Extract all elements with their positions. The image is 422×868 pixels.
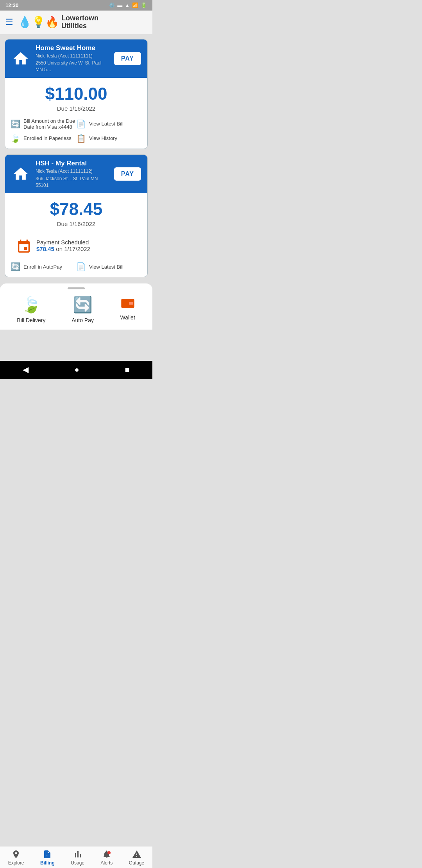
account-info-2: HSH - My Rental Nick Tesla (Acct 1111111… [36,160,109,188]
wifi-icon: ▲ [125,2,130,8]
app-name: Lowertown Utilities [61,14,98,30]
view-bill-label-1: View Latest Bill [89,121,123,127]
view-bill-label-2: View Latest Bill [89,264,123,270]
account-address-1: 2550 University Ave W, St. Paul MN 5… [36,60,109,73]
wallet-tray-label: Wallet [120,314,135,321]
paperless-label-1: Enrolled in Paperless [23,135,72,141]
house-icon-1 [11,48,31,69]
leaf-icon-1: 🍃 [11,134,20,143]
enroll-autopay-label-2: Enroll in AutoPay [23,264,62,270]
wallet-tray-icon [120,296,136,311]
autopay-icon-1: 🔄 [11,119,20,129]
due-date-2: Due 1/16/2022 [11,221,142,227]
history-action-1[interactable]: 📋 View History [76,134,142,143]
account-info-1: Home Sweet Home Nick Tesla (Acct 1111111… [36,44,109,73]
tray-handle [68,287,85,289]
pay-button-2[interactable]: PAY [113,167,142,181]
calendar-icon-2 [16,239,32,258]
payment-sched-label-2: Payment Scheduled [36,239,90,246]
pdf-icon-1: 📄 [76,119,86,129]
status-bar: 12:30 ⚙️ ▬ ▲ 📶 🔋 [0,0,152,11]
payment-scheduled-2: Payment Scheduled $78.45 on 1/17/2022 [11,233,142,262]
paperless-action-1[interactable]: 🍃 Enrolled in Paperless [11,134,76,143]
account-name-1: Home Sweet Home [36,44,109,52]
signal-icon: 📶 [132,2,138,8]
house-icon-2 [11,164,31,184]
account-owner-1: Nick Tesla (Acct 11111111) [36,53,109,59]
autopay-label-1: Bill Amount on the Due Date from Visa x4… [23,118,76,130]
payment-sched-detail-2: $78.45 on 1/17/2022 [36,246,90,253]
view-bill-action-1[interactable]: 📄 View Latest Bill [76,118,142,130]
card-header-1: Home Sweet Home Nick Tesla (Acct 1111111… [5,39,147,78]
enroll-autopay-action-2[interactable]: 🔄 Enroll in AutoPay [11,262,76,271]
account-owner-2: Nick Tesla (Acct 11111112) [36,168,109,175]
autopay-tray-item[interactable]: 🔄 Auto Pay [72,296,94,323]
tray-actions: 🍃 Bill Delivery 🔄 Auto Pay Wallet [0,296,152,323]
amount-due-2: $78.45 [11,199,142,219]
pay-button-1[interactable]: PAY [113,51,142,66]
card-actions-1: 🔄 Bill Amount on the Due Date from Visa … [11,118,142,143]
account-address-2: 366 Jackson St. , St. Paul MN 55101 [36,176,109,189]
payment-sched-info-2: Payment Scheduled $78.45 on 1/17/2022 [36,239,90,253]
android-back-button[interactable]: ◀ [23,365,29,374]
account-card-2: HSH - My Rental Nick Tesla (Acct 1111111… [5,154,148,277]
history-icon-1: 📋 [76,134,86,143]
card-body-2: $78.45 Due 1/16/2022 Payment Scheduled $… [5,193,147,277]
android-nav-bar: ◀ ● ■ [0,361,152,379]
payment-sched-date-2: on 1/17/2022 [56,246,90,252]
autopay-tray-icon: 🔄 [73,296,93,314]
account-name-2: HSH - My Rental [36,160,109,167]
payment-sched-amount-2: $78.45 [36,246,54,252]
autopay-tray-label: Auto Pay [72,317,94,323]
due-date-1: Due 1/16/2022 [11,105,142,112]
app-header: ☰ 💧💡🔥 Lowertown Utilities [0,11,152,34]
autopay-icon-2: 🔄 [11,262,20,271]
bottom-tray: 🍃 Bill Delivery 🔄 Auto Pay Wallet [0,283,152,330]
autopay-action-1[interactable]: 🔄 Bill Amount on the Due Date from Visa … [11,118,76,130]
android-home-button[interactable]: ● [74,365,79,374]
account-card-1: Home Sweet Home Nick Tesla (Acct 1111111… [5,39,148,149]
battery-icon: 🔋 [141,2,147,8]
view-bill-action-2[interactable]: 📄 View Latest Bill [76,262,142,271]
card-body-1: $110.00 Due 1/16/2022 🔄 Bill Amount on t… [5,78,147,149]
amount-due-1: $110.00 [11,84,142,104]
settings-icon: ⚙️ [109,2,115,8]
status-time: 12:30 [5,2,18,8]
bill-delivery-icon: 🍃 [21,296,41,314]
logo-emoji: 💧💡🔥 [18,16,59,29]
cards-area: Home Sweet Home Nick Tesla (Acct 1111111… [0,34,152,282]
hamburger-menu-icon[interactable]: ☰ [5,17,13,27]
android-recent-button[interactable]: ■ [125,365,129,374]
pdf-icon-2: 📄 [76,262,86,271]
sim-icon: ▬ [117,2,122,8]
history-label-1: View History [89,135,117,141]
bill-delivery-label: Bill Delivery [17,317,45,323]
status-icons: ⚙️ ▬ ▲ 📶 🔋 [109,2,147,8]
svg-rect-1 [129,302,133,305]
card-header-2: HSH - My Rental Nick Tesla (Acct 1111111… [5,155,147,193]
card-actions-2: 🔄 Enroll in AutoPay 📄 View Latest Bill [11,262,142,271]
logo-area: 💧💡🔥 Lowertown Utilities [18,14,98,30]
bill-delivery-tray-item[interactable]: 🍃 Bill Delivery [17,296,45,323]
wallet-tray-item[interactable]: Wallet [120,296,136,323]
